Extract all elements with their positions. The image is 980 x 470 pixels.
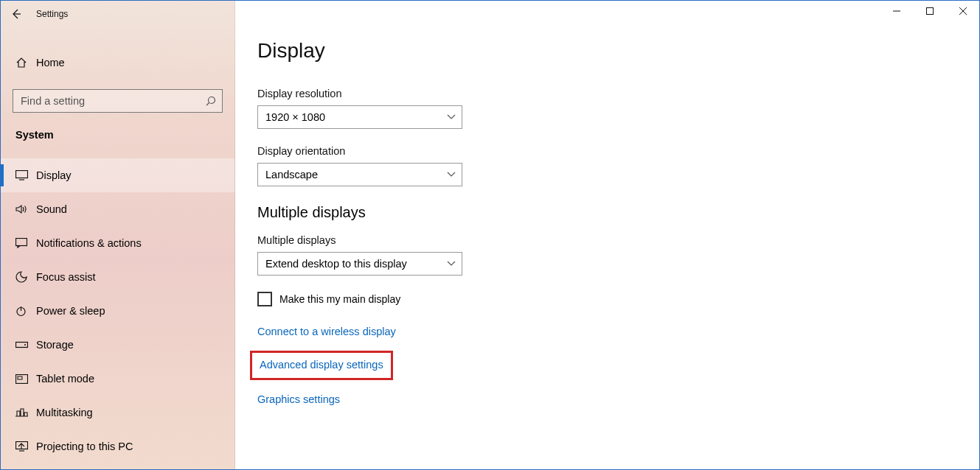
sidebar-item-label: Power & sleep (36, 305, 105, 317)
notifications-icon (15, 238, 36, 248)
svg-rect-5 (16, 343, 28, 348)
multiple-displays-value: Extend desktop to this display (265, 258, 447, 270)
sidebar-item-display[interactable]: Display (1, 158, 234, 192)
sidebar-item-label: Projecting to this PC (36, 441, 133, 452)
home-label: Home (36, 57, 65, 69)
titlebar-left: Settings (1, 1, 68, 27)
sidebar-item-tablet-mode[interactable]: Tablet mode (1, 362, 234, 396)
svg-rect-2 (16, 171, 28, 178)
sidebar-item-label: Storage (36, 339, 74, 351)
resolution-dropdown[interactable]: 1920 × 1080 (257, 105, 462, 129)
sidebar-item-label: Sound (36, 203, 67, 215)
power-icon (15, 306, 36, 317)
svg-rect-0 (926, 8, 933, 15)
titlebar: Settings (1, 1, 979, 27)
sidebar-section-system: System (1, 113, 234, 148)
home-icon (15, 57, 36, 69)
checkbox-box (257, 292, 272, 306)
sidebar-item-label: Display (36, 169, 72, 181)
svg-rect-8 (18, 376, 22, 379)
sidebar-nav: Display Sound Notifications & actions Fo… (1, 158, 234, 463)
window-controls (880, 1, 979, 21)
tablet-icon (15, 374, 36, 384)
sidebar-item-focus-assist[interactable]: Focus assist (1, 260, 234, 294)
link-connect-wireless[interactable]: Connect to a wireless display (257, 326, 396, 337)
chevron-down-icon (447, 114, 456, 120)
link-advanced-display[interactable]: Advanced display settings (260, 359, 383, 371)
svg-point-6 (24, 344, 26, 346)
back-button[interactable] (1, 1, 32, 27)
multiple-displays-label: Multiple displays (257, 234, 979, 246)
chevron-down-icon (447, 172, 456, 178)
advanced-settings-highlight: Advanced display settings (250, 351, 393, 380)
sidebar: Home System Display Sound (1, 1, 235, 469)
sidebar-item-storage[interactable]: Storage (1, 328, 234, 362)
sidebar-item-label: Multitasking (36, 407, 93, 418)
sidebar-item-power-sleep[interactable]: Power & sleep (1, 294, 234, 328)
search-input[interactable] (21, 95, 206, 107)
checkbox-label: Make this my main display (279, 293, 400, 305)
multiple-displays-dropdown[interactable]: Extend desktop to this display (257, 252, 462, 276)
display-icon (15, 170, 36, 180)
sidebar-item-label: Tablet mode (36, 373, 94, 385)
link-graphics-settings[interactable]: Graphics settings (257, 393, 340, 405)
focus-assist-icon (15, 271, 36, 283)
orientation-dropdown[interactable]: Landscape (257, 163, 462, 186)
settings-window: Settings Home System (0, 0, 980, 470)
page-title: Display (257, 39, 979, 63)
resolution-label: Display resolution (257, 88, 979, 99)
sound-icon (15, 204, 36, 214)
home-button[interactable]: Home (1, 46, 234, 79)
close-button[interactable] (946, 1, 979, 21)
sidebar-item-projecting[interactable]: Projecting to this PC (1, 429, 234, 463)
sidebar-item-sound[interactable]: Sound (1, 192, 234, 226)
sidebar-item-label: Focus assist (36, 271, 96, 283)
orientation-label: Display orientation (257, 145, 979, 157)
multiple-displays-heading: Multiple displays (257, 204, 979, 221)
sidebar-item-notifications[interactable]: Notifications & actions (1, 226, 234, 260)
svg-rect-3 (16, 239, 27, 246)
orientation-value: Landscape (265, 169, 447, 180)
sidebar-item-multitasking[interactable]: Multitasking (1, 396, 234, 429)
minimize-button[interactable] (880, 1, 913, 21)
storage-icon (15, 340, 36, 349)
projecting-icon (15, 441, 36, 452)
sidebar-item-label: Notifications & actions (36, 237, 142, 249)
main-content: Display Display resolution 1920 × 1080 D… (235, 1, 979, 469)
chevron-down-icon (447, 261, 456, 267)
resolution-value: 1920 × 1080 (265, 111, 447, 123)
multitasking-icon (15, 408, 36, 418)
window-title: Settings (32, 1, 68, 27)
svg-point-1 (209, 97, 215, 104)
maximize-button[interactable] (913, 1, 946, 21)
search-box[interactable] (13, 89, 223, 113)
main-display-checkbox[interactable]: Make this my main display (257, 292, 979, 306)
search-icon (206, 96, 216, 106)
